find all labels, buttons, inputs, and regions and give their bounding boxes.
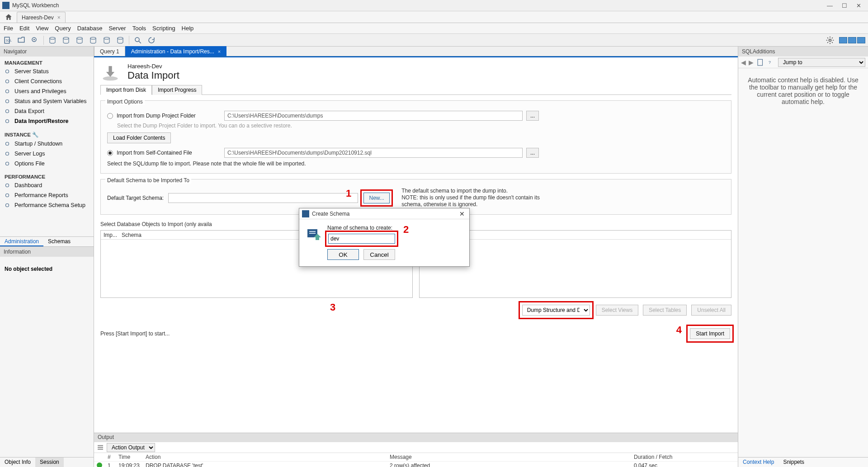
tab-administration[interactable]: Administration (0, 237, 43, 246)
col-num: # (105, 453, 116, 461)
toolbar-inspector[interactable] (30, 35, 40, 45)
title-bar: MySQL Workbench — ☐ ✕ (0, 0, 868, 11)
nav-forward-button[interactable]: ▶ (749, 59, 754, 66)
new-schema-button[interactable]: New... (363, 193, 390, 203)
tab-object-info[interactable]: Object Info (0, 458, 35, 467)
nav-back-button[interactable]: ◀ (741, 59, 746, 66)
svg-rect-32 (98, 448, 103, 449)
close-button[interactable]: ✕ (856, 2, 861, 9)
import-icon (4, 118, 11, 125)
svg-rect-33 (758, 59, 763, 66)
nav-item-options-file[interactable]: Options File (0, 159, 94, 169)
toggle-left-panel[interactable] (839, 37, 847, 43)
nav-item-startup-shutdown[interactable]: Startup / Shutdown (0, 139, 94, 149)
toolbar-reconnect[interactable] (146, 35, 156, 45)
nav-item-data-import-restore[interactable]: Data Import/Restore (0, 116, 94, 126)
radio-self-contained[interactable] (107, 150, 113, 156)
tab-session[interactable]: Session (35, 458, 64, 467)
toolbar-db-1[interactable] (47, 35, 57, 45)
menu-edit[interactable]: Edit (19, 25, 29, 32)
self-contained-path-input[interactable] (224, 148, 523, 158)
tab-import-progress[interactable]: Import Progress (152, 85, 202, 95)
browse-self-contained-button[interactable]: ... (526, 148, 539, 158)
editor-tab-query1[interactable]: Query 1 (94, 46, 125, 56)
toolbar-db-5[interactable] (102, 35, 112, 45)
svg-point-21 (6, 162, 9, 165)
tab-context-help[interactable]: Context Help (738, 458, 778, 467)
sql-additions-panel: SQLAdditions ◀ ▶ ? Jump to Automatic con… (738, 47, 868, 467)
cancel-button[interactable]: Cancel (363, 249, 395, 260)
close-icon[interactable]: × (57, 14, 61, 21)
menu-scripting[interactable]: Scripting (152, 25, 175, 32)
menu-file[interactable]: File (4, 25, 13, 32)
svg-rect-29 (309, 233, 316, 234)
connection-tab[interactable]: Hareesh-Dev × (17, 12, 66, 23)
svg-line-11 (139, 41, 141, 43)
auto-help-icon[interactable]: ? (767, 58, 775, 66)
menu-database[interactable]: Database (77, 25, 103, 32)
help-page-icon[interactable] (756, 58, 764, 66)
tab-schemas[interactable]: Schemas (43, 237, 75, 246)
dump-folder-path-input[interactable] (224, 111, 523, 121)
gear-icon[interactable] (826, 36, 835, 45)
toggle-bottom-panel[interactable] (848, 37, 856, 43)
nav-item-client-connections[interactable]: Client Connections (0, 76, 94, 86)
privs-icon (4, 88, 11, 95)
nav-item-users-and-privileges[interactable]: Users and Privileges (0, 86, 94, 96)
ok-button[interactable]: OK (327, 249, 359, 260)
editor-tab-data-import[interactable]: Administration - Data Import/Res...× (125, 46, 227, 56)
unselect-all-button[interactable]: Unselect All (691, 305, 731, 316)
schema-name-input[interactable] (328, 234, 395, 244)
browse-dump-folder-button[interactable]: ... (526, 111, 539, 121)
editor-tabs: Query 1 Administration - Data Import/Res… (94, 47, 738, 57)
menu-query[interactable]: Query (55, 25, 71, 32)
toolbar-new-sql-tab[interactable]: SQL (3, 35, 13, 45)
nav-item-server-logs[interactable]: Server Logs (0, 149, 94, 159)
toolbar-db-6[interactable] (115, 35, 125, 45)
select-tables-button[interactable]: Select Tables (643, 305, 687, 316)
home-icon (5, 13, 13, 21)
output-title: Output (94, 433, 738, 442)
toolbar-open-sql[interactable] (16, 35, 26, 45)
toolbar-db-4[interactable] (88, 35, 98, 45)
radio-dump-folder[interactable] (107, 113, 113, 119)
nav-item-performance-reports[interactable]: Performance Reports (0, 190, 94, 200)
users-icon (4, 78, 11, 85)
close-icon[interactable]: × (218, 49, 221, 54)
toolbar-db-2[interactable] (61, 35, 71, 45)
tab-snippets[interactable]: Snippets (778, 458, 809, 467)
nav-item-status-and-system-variables[interactable]: Status and System Variables (0, 96, 94, 106)
nav-item-server-status[interactable]: Server Status (0, 66, 94, 76)
dialog-app-icon (302, 210, 309, 217)
nav-item-data-export[interactable]: Data Export (0, 106, 94, 116)
nav-item-dashboard[interactable]: Dashboard (0, 180, 94, 190)
svg-point-16 (6, 100, 9, 103)
start-import-button[interactable]: Start Import (690, 328, 730, 339)
menu-help[interactable]: Help (182, 25, 194, 32)
toggle-right-panel[interactable] (857, 37, 865, 43)
menu-server[interactable]: Server (108, 25, 126, 32)
svg-point-13 (6, 70, 9, 73)
load-folder-contents-button[interactable]: Load Folder Contents (107, 132, 171, 143)
output-type-select[interactable]: Action Output (107, 443, 155, 452)
home-button[interactable] (2, 12, 15, 23)
maximize-button[interactable]: ☐ (842, 2, 847, 9)
nav-item-performance-schema-setup[interactable]: Performance Schema Setup (0, 200, 94, 210)
toolbar-search[interactable] (133, 35, 143, 45)
svg-rect-30 (98, 445, 103, 446)
output-row[interactable]: 1 19:09:23 DROP DATABASE 'test' 2 row(s)… (94, 462, 738, 467)
app-icon (2, 2, 9, 9)
toolbar-db-3[interactable] (75, 35, 85, 45)
dump-structure-select[interactable]: Dump Structure and Dat (522, 305, 590, 316)
select-views-button[interactable]: Select Views (596, 305, 638, 316)
toolbar: SQL (0, 34, 868, 47)
tab-import-from-disk[interactable]: Import from Disk (100, 85, 152, 95)
default-target-schema-input[interactable] (168, 193, 358, 203)
minimize-button[interactable]: — (827, 2, 833, 9)
jump-to-select[interactable]: Jump to (778, 58, 865, 67)
menu-tools[interactable]: Tools (132, 25, 146, 32)
nav-item-label: Dashboard (14, 182, 42, 189)
dialog-close-button[interactable]: ✕ (458, 210, 467, 217)
menu-view[interactable]: View (36, 25, 48, 32)
dash-icon (4, 182, 11, 189)
